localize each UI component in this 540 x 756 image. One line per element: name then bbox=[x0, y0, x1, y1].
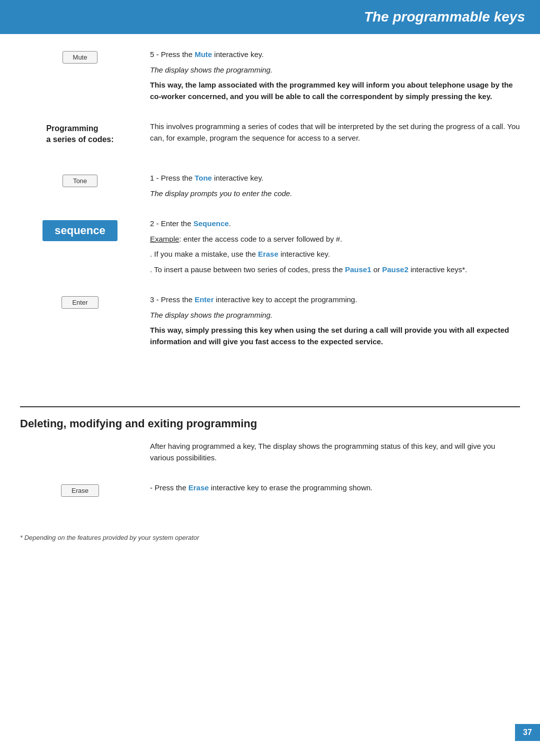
deleting-section: Deleting, modifying and exiting programm… bbox=[20, 406, 520, 542]
enter-key-label: Enter bbox=[194, 295, 214, 304]
pause2-label: Pause2 bbox=[382, 265, 408, 274]
sequence-step-text: 2 - Enter the Sequence. bbox=[150, 218, 520, 230]
divider bbox=[20, 406, 520, 407]
spacer bbox=[20, 366, 520, 391]
erase-inline-label: Erase bbox=[258, 250, 278, 258]
enter-section: Enter 3 - Press the Enter interactive ke… bbox=[20, 294, 520, 351]
enter-right-col: 3 - Press the Enter interactive key to a… bbox=[140, 294, 520, 351]
pause1-label: Pause1 bbox=[345, 265, 372, 274]
erase-row: Erase - Press the Erase interactive key … bbox=[20, 482, 520, 498]
mute-left-col: Mute bbox=[20, 49, 140, 64]
tone-step-text: 1 - Press the Tone interactive key. bbox=[150, 173, 520, 184]
spacer3 bbox=[20, 513, 520, 528]
spacer2 bbox=[20, 433, 520, 441]
sequence-erase-text: . If you make a mistake, use the Erase i… bbox=[150, 249, 520, 260]
erase-key-button[interactable]: Erase bbox=[61, 484, 99, 497]
mute-step-text: 5 - Press the Mute interactive key. bbox=[150, 49, 520, 61]
deleting-intro-row: After having programmed a key, The displ… bbox=[20, 441, 520, 467]
programming-desc-text: This involves programming a series of co… bbox=[150, 121, 520, 144]
page-number: 37 bbox=[515, 724, 540, 741]
page-header: The programmable keys bbox=[0, 0, 540, 34]
mute-right-col: 5 - Press the Mute interactive key. The … bbox=[140, 49, 520, 106]
tone-key-button[interactable]: Tone bbox=[62, 175, 98, 187]
sequence-right-col: 2 - Enter the Sequence. Example: enter t… bbox=[140, 218, 520, 279]
footnote-text: * Depending on the features provided by … bbox=[20, 533, 520, 543]
mute-info-bold: This way, the lamp associated with the p… bbox=[150, 80, 520, 102]
page-title: The programmable keys bbox=[0, 9, 525, 25]
example-underline: Example bbox=[150, 235, 179, 243]
mute-display-text: The display shows the programming. bbox=[150, 65, 520, 76]
sequence-key-button[interactable]: sequence bbox=[42, 220, 118, 241]
erase-left-col: Erase bbox=[20, 482, 140, 497]
deleting-title: Deleting, modifying and exiting programm… bbox=[20, 417, 520, 430]
programming-label: Programminga series of codes: bbox=[46, 123, 114, 146]
erase-right-col: - Press the Erase interactive key to era… bbox=[140, 482, 520, 498]
deleting-intro-text: After having programmed a key, The displ… bbox=[150, 441, 520, 463]
deleting-intro-right: After having programmed a key, The displ… bbox=[140, 441, 520, 467]
enter-info-bold: This way, simply pressing this key when … bbox=[150, 325, 520, 347]
sequence-example-text: Example: enter the access code to a serv… bbox=[150, 234, 520, 245]
programming-label-section: Programminga series of codes: This invol… bbox=[20, 121, 520, 148]
programming-left-col: Programminga series of codes: bbox=[20, 121, 140, 146]
enter-step-text: 3 - Press the Enter interactive key to a… bbox=[150, 294, 520, 306]
tone-key-label: Tone bbox=[194, 174, 212, 182]
deleting-intro-left bbox=[20, 441, 140, 443]
sequence-section: sequence 2 - Enter the Sequence. Example… bbox=[20, 218, 520, 279]
enter-display-text: The display shows the programming. bbox=[150, 310, 520, 321]
mute-section: Mute 5 - Press the Mute interactive key.… bbox=[20, 49, 520, 106]
mute-key-button[interactable]: Mute bbox=[62, 51, 98, 64]
enter-left-col: Enter bbox=[20, 294, 140, 309]
sequence-pause-text: . To insert a pause between two series o… bbox=[150, 264, 520, 276]
erase-text: - Press the Erase interactive key to era… bbox=[150, 482, 520, 494]
sequence-label: Sequence bbox=[194, 219, 229, 228]
tone-left-col: Tone bbox=[20, 173, 140, 187]
content-area: Mute 5 - Press the Mute interactive key.… bbox=[0, 49, 540, 566]
sequence-left-col: sequence bbox=[20, 218, 140, 241]
tone-right-col: 1 - Press the Tone interactive key. The … bbox=[140, 173, 520, 203]
erase-key-label: Erase bbox=[188, 483, 209, 492]
tone-display-text: The display prompts you to enter the cod… bbox=[150, 188, 520, 200]
enter-key-button[interactable]: Enter bbox=[62, 296, 98, 309]
tone-section: Tone 1 - Press the Tone interactive key.… bbox=[20, 173, 520, 203]
mute-key-label: Mute bbox=[194, 50, 212, 59]
programming-right-col: This involves programming a series of co… bbox=[140, 121, 520, 148]
